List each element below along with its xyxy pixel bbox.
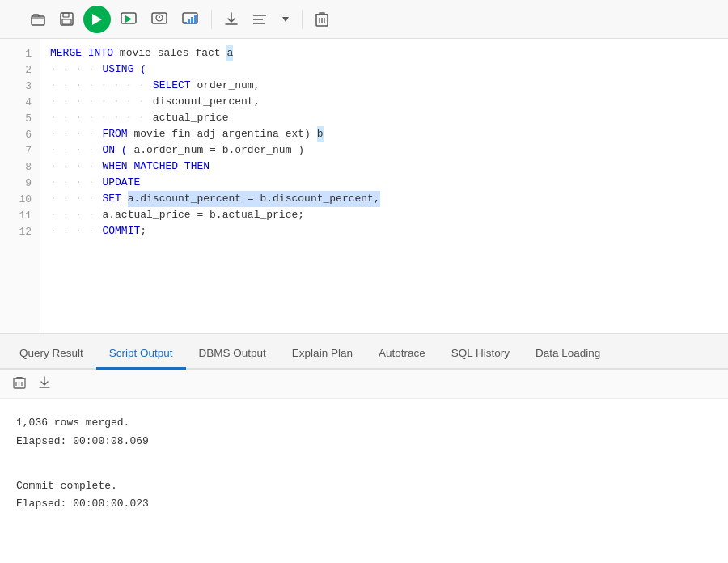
code-token: FROM bbox=[102, 126, 133, 142]
svg-rect-14 bbox=[191, 17, 193, 24]
explain-icon bbox=[151, 12, 167, 27]
tab-explain-plan[interactable]: Explain Plan bbox=[279, 339, 366, 370]
svg-marker-4 bbox=[92, 14, 102, 25]
code-line: · · · · a.actual_price = b.actual_price; bbox=[50, 207, 718, 223]
output-spacer bbox=[16, 465, 712, 478]
code-token: b bbox=[317, 126, 324, 142]
line-number: 7 bbox=[0, 142, 40, 159]
indent-dots: · · · · bbox=[50, 159, 100, 175]
save-button[interactable] bbox=[55, 9, 78, 29]
tabs-bar: Query ResultScript OutputDBMS OutputExpl… bbox=[0, 334, 728, 370]
run-script-button[interactable] bbox=[116, 9, 142, 30]
output-line: Elapsed: 00:00:00.023 bbox=[16, 496, 712, 513]
output-line: Elapsed: 00:00:08.069 bbox=[16, 434, 712, 451]
clear-icon bbox=[13, 376, 26, 389]
line-number: 9 bbox=[0, 175, 40, 191]
indent-dots: · · · · bbox=[50, 223, 100, 239]
code-token: a bbox=[226, 45, 233, 61]
line-number: 11 bbox=[0, 207, 40, 223]
code-line: · · · · COMMIT; bbox=[50, 223, 718, 239]
editor-area: 123456789101112 MERGE INTO movie_sales_f… bbox=[0, 39, 728, 334]
indent-dots: · · · · · · · · bbox=[50, 78, 151, 94]
code-line: · · · · · · · · actual_price bbox=[50, 110, 718, 126]
format-button[interactable] bbox=[248, 10, 272, 29]
svg-rect-15 bbox=[194, 15, 197, 24]
tab-dbms-output[interactable]: DBMS Output bbox=[186, 339, 279, 370]
line-number: 8 bbox=[0, 159, 40, 175]
code-token: order_num, bbox=[197, 78, 260, 94]
output-line: 1,036 rows merged. bbox=[16, 415, 712, 432]
autotrace-button[interactable] bbox=[177, 9, 203, 30]
svg-marker-19 bbox=[282, 17, 289, 22]
code-token: a.order_num = b.order_num ) bbox=[133, 142, 304, 159]
script-output-content: 1,036 rows merged.Elapsed: 00:00:08.069C… bbox=[0, 399, 728, 531]
tab-autotrace[interactable]: Autotrace bbox=[366, 339, 438, 370]
code-line: · · · · SET a.discount_percent = b.disco… bbox=[50, 191, 718, 207]
tab-script-output[interactable]: Script Output bbox=[96, 339, 186, 370]
line-number: 1 bbox=[0, 45, 40, 61]
svg-rect-3 bbox=[62, 19, 71, 24]
toolbar bbox=[0, 0, 728, 39]
svg-rect-12 bbox=[184, 22, 187, 24]
clear-output-button[interactable] bbox=[10, 375, 29, 393]
code-token: actual_price bbox=[153, 110, 229, 126]
line-number: 4 bbox=[0, 94, 40, 110]
explain-button[interactable] bbox=[146, 9, 172, 30]
indent-dots: · · · · · · · · bbox=[50, 94, 151, 110]
open-folder-button[interactable] bbox=[26, 10, 50, 29]
download-output-button[interactable] bbox=[36, 375, 53, 393]
output-line: Commit complete. bbox=[16, 478, 712, 495]
code-token: UPDATE bbox=[102, 175, 140, 191]
code-token: SELECT bbox=[153, 78, 197, 94]
format-icon bbox=[252, 13, 267, 26]
code-token: ; bbox=[140, 223, 146, 239]
indent-dots: · · · · bbox=[50, 191, 100, 207]
code-token: ON ( bbox=[102, 142, 133, 159]
svg-marker-6 bbox=[125, 15, 132, 23]
code-line: · · · · WHEN MATCHED THEN bbox=[50, 159, 718, 175]
delete-icon bbox=[315, 12, 328, 27]
line-number: 5 bbox=[0, 110, 40, 126]
code-line: · · · · FROM movie_fin_adj_argentina_ext… bbox=[50, 126, 718, 142]
download-button[interactable] bbox=[220, 9, 243, 30]
toolbar-divider-1 bbox=[211, 10, 212, 29]
run-button[interactable] bbox=[83, 6, 111, 33]
font-chevron-icon bbox=[282, 17, 289, 22]
indent-dots: · · · · bbox=[50, 142, 100, 159]
code-token: USING ( bbox=[102, 61, 146, 78]
indent-dots: · · · · bbox=[50, 207, 100, 223]
line-number: 10 bbox=[0, 191, 40, 207]
tab-data-loading[interactable]: Data Loading bbox=[523, 339, 613, 370]
code-token: movie_sales_fact bbox=[120, 45, 227, 61]
font-button[interactable] bbox=[277, 14, 294, 25]
folder-icon bbox=[31, 13, 45, 26]
code-editor[interactable]: MERGE INTO movie_sales_fact a· · · · USI… bbox=[40, 39, 728, 333]
code-token: a.actual_price = b.actual_price; bbox=[102, 207, 304, 223]
bottom-panel: Query ResultScript OutputDBMS OutputExpl… bbox=[0, 334, 728, 531]
output-toolbar bbox=[0, 370, 728, 399]
indent-dots: · · · · · · · · bbox=[50, 110, 151, 126]
code-line: · · · · USING ( bbox=[50, 61, 718, 78]
indent-dots: · · · · bbox=[50, 175, 100, 191]
code-token: WHEN MATCHED THEN bbox=[102, 159, 210, 175]
code-line: · · · · · · · · SELECT order_num, bbox=[50, 78, 718, 94]
code-line: · · · · · · · · discount_percent, bbox=[50, 94, 718, 110]
indent-dots: · · · · bbox=[50, 126, 100, 142]
tab-query-result[interactable]: Query Result bbox=[6, 339, 96, 370]
download-icon bbox=[225, 12, 238, 27]
toolbar-divider-2 bbox=[302, 10, 303, 29]
autotrace-icon bbox=[182, 12, 198, 27]
delete-button[interactable] bbox=[311, 9, 333, 30]
save-icon bbox=[60, 12, 74, 26]
output-spacer bbox=[16, 452, 712, 465]
line-number: 12 bbox=[0, 223, 40, 239]
svg-rect-13 bbox=[188, 19, 190, 24]
code-line: MERGE INTO movie_sales_fact a bbox=[50, 45, 718, 61]
code-token: a.discount_percent = b.discount_percent, bbox=[128, 191, 380, 207]
line-numbers: 123456789101112 bbox=[0, 39, 40, 333]
code-token: discount_percent, bbox=[153, 94, 260, 110]
play-icon bbox=[92, 14, 102, 25]
tab-sql-history[interactable]: SQL History bbox=[438, 339, 523, 370]
code-token: movie_fin_adj_argentina_ext) bbox=[133, 126, 316, 142]
run-script-icon bbox=[121, 12, 137, 27]
